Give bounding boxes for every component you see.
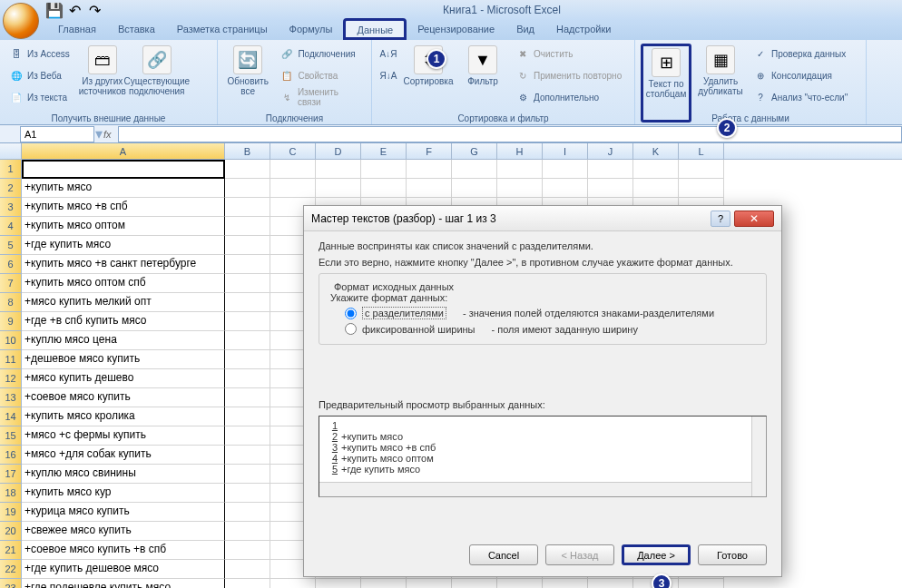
row-header[interactable]: 3 <box>0 198 22 217</box>
row-header[interactable]: 22 <box>0 560 22 579</box>
cell[interactable] <box>225 579 270 588</box>
cell[interactable]: +купить мясо кролика <box>22 407 225 426</box>
row-header[interactable]: 6 <box>0 255 22 274</box>
cell[interactable]: +соевое мясо купить +в спб <box>22 541 225 560</box>
cell[interactable] <box>225 255 270 274</box>
select-all-corner[interactable] <box>0 143 22 159</box>
cell[interactable] <box>543 179 588 198</box>
cell[interactable] <box>22 160 225 179</box>
consolidate-button[interactable]: ⊕Консолидация <box>750 65 851 85</box>
row-header[interactable]: 10 <box>0 331 22 350</box>
from-web-button[interactable]: 🌐Из Веба <box>5 65 74 85</box>
whatif-button[interactable]: ?Анализ "что-если" <box>750 87 851 107</box>
cell[interactable] <box>407 579 452 588</box>
cell[interactable] <box>225 179 270 198</box>
cell[interactable] <box>407 160 452 179</box>
cell[interactable]: +купить мясо оптом <box>22 217 225 236</box>
cell[interactable] <box>452 160 497 179</box>
cell[interactable] <box>361 179 407 198</box>
cell[interactable]: +куплю мясо свинины <box>22 465 225 484</box>
formula-input[interactable] <box>118 126 902 142</box>
next-button[interactable]: Далее > <box>622 544 691 565</box>
tab-home[interactable]: Главная <box>47 20 107 40</box>
cell[interactable]: +купить мясо <box>22 179 225 198</box>
cell[interactable]: +купить мясо +в санкт петербурге <box>22 255 225 274</box>
column-header-A[interactable]: A <box>22 143 225 159</box>
back-button[interactable]: < Назад <box>545 544 614 565</box>
text-to-columns-button[interactable]: ⊞ Текст по столбцам <box>641 44 691 122</box>
cell[interactable] <box>225 407 270 426</box>
row-header[interactable]: 18 <box>0 484 22 503</box>
column-header-E[interactable]: E <box>361 143 407 159</box>
radio-delimited[interactable] <box>345 308 357 319</box>
from-other-button[interactable]: 🗃 Из других источников <box>77 44 128 122</box>
cell[interactable]: +курица мясо купить <box>22 503 225 522</box>
cell[interactable]: +дешевое мясо купить <box>22 350 225 369</box>
sort-desc-button[interactable]: Я↓А <box>377 65 399 85</box>
row-header[interactable]: 8 <box>0 293 22 312</box>
cell[interactable] <box>225 465 270 484</box>
radio-delimited-label[interactable]: с разделителями <box>362 307 446 319</box>
row-header[interactable]: 9 <box>0 312 22 331</box>
cell[interactable]: +куплю мясо цена <box>22 331 225 350</box>
radio-fixed[interactable] <box>345 323 357 335</box>
tab-formulas[interactable]: Формулы <box>279 20 344 40</box>
row-header[interactable]: 5 <box>0 236 22 255</box>
finish-button[interactable]: Готово <box>698 544 767 565</box>
filter-button[interactable]: ▼ Фильтр <box>457 44 508 122</box>
properties-button[interactable]: 📋Свойства <box>276 65 366 85</box>
advanced-filter-button[interactable]: ⚙Дополнительно <box>512 87 625 107</box>
cell[interactable] <box>225 198 270 217</box>
cell[interactable]: +где подешевле купить мясо <box>22 579 225 588</box>
cell[interactable] <box>225 293 270 312</box>
row-header[interactable]: 12 <box>0 369 22 388</box>
cell[interactable] <box>225 446 270 465</box>
cell[interactable] <box>225 236 270 255</box>
row-header[interactable]: 21 <box>0 541 22 560</box>
radio-fixed-label[interactable]: фиксированной ширины <box>362 324 476 335</box>
cell[interactable] <box>225 350 270 369</box>
cell[interactable] <box>452 579 497 588</box>
row-header[interactable]: 7 <box>0 274 22 293</box>
cell[interactable] <box>225 541 270 560</box>
row-header[interactable]: 2 <box>0 179 22 198</box>
column-header-G[interactable]: G <box>452 143 497 159</box>
cell[interactable]: +где купить дешевое мясо <box>22 560 225 579</box>
cell[interactable]: +соевое мясо купить <box>22 388 225 407</box>
data-validation-button[interactable]: ✓Проверка данных <box>750 44 851 64</box>
row-header[interactable]: 13 <box>0 388 22 407</box>
cell[interactable] <box>225 388 270 407</box>
cell[interactable] <box>588 160 633 179</box>
cell[interactable] <box>225 560 270 579</box>
tab-addins[interactable]: Надстройки <box>545 20 622 40</box>
cell[interactable] <box>679 579 724 588</box>
cell[interactable] <box>588 579 633 588</box>
cell[interactable] <box>316 579 361 588</box>
cell[interactable]: +мясо +для собак купить <box>22 446 225 465</box>
cell[interactable]: +мясо +с фермы купить <box>22 426 225 446</box>
row-header[interactable]: 4 <box>0 217 22 236</box>
cell[interactable]: +купить мясо +в спб <box>22 198 225 217</box>
cell[interactable] <box>225 369 270 388</box>
edit-links-button[interactable]: ↯Изменить связи <box>276 87 366 107</box>
column-header-K[interactable]: K <box>633 143 679 159</box>
row-header[interactable]: 17 <box>0 465 22 484</box>
name-box[interactable]: A1 <box>20 126 94 142</box>
cell[interactable] <box>497 579 543 588</box>
row-header[interactable]: 11 <box>0 350 22 369</box>
cell[interactable] <box>543 579 588 588</box>
column-header-D[interactable]: D <box>316 143 361 159</box>
tab-layout[interactable]: Разметка страницы <box>166 20 279 40</box>
tab-data[interactable]: Данные <box>343 18 407 40</box>
dialog-title-bar[interactable]: Мастер текстов (разбор) - шаг 1 из 3 ? ✕ <box>304 206 781 231</box>
row-header[interactable]: 15 <box>0 426 22 446</box>
cell[interactable]: +мясо купить мелкий опт <box>22 293 225 312</box>
tab-review[interactable]: Рецензирование <box>407 20 505 40</box>
cell[interactable]: +мясо купить дешево <box>22 369 225 388</box>
cell[interactable] <box>361 579 407 588</box>
cell[interactable] <box>679 179 724 198</box>
cell[interactable] <box>316 160 361 179</box>
connections-button[interactable]: 🔗Подключения <box>276 44 366 64</box>
cell[interactable] <box>633 160 679 179</box>
cell[interactable] <box>543 160 588 179</box>
